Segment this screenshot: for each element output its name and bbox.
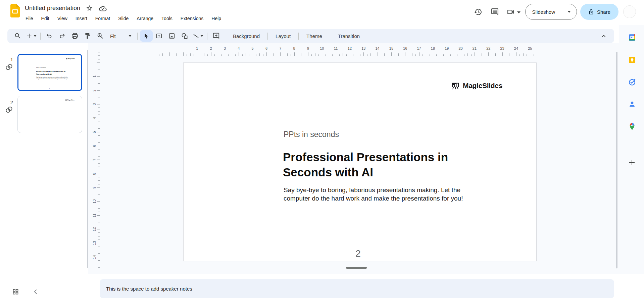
h-ruler-number: 2 (207, 46, 215, 50)
paint-format-icon[interactable] (81, 30, 94, 42)
toolbar-separator (298, 33, 299, 40)
slide-2-transition-icon[interactable] (5, 106, 13, 114)
insert-image-tool[interactable] (165, 30, 178, 42)
slide-page-number[interactable]: 2 (184, 248, 533, 259)
maps-icon[interactable] (628, 122, 636, 131)
slides-app-logo[interactable] (10, 4, 20, 17)
keep-icon[interactable] (628, 55, 636, 64)
ruler-tick (98, 226, 100, 226)
menu-view[interactable]: View (53, 15, 71, 22)
slide-title: Professional Presentations in Seconds wi… (36, 70, 69, 76)
menu-file[interactable]: File (21, 15, 37, 22)
slide-1-transition-icon[interactable] (5, 63, 13, 71)
slideshow-options-caret[interactable] (562, 4, 577, 19)
ruler-tick (98, 55, 100, 56)
ruler-tick (98, 222, 100, 222)
speaker-notes-input[interactable]: This is the space to add speaker notes (100, 279, 614, 298)
toolbar-separator (207, 33, 207, 40)
menu-tools[interactable]: Tools (157, 15, 177, 22)
ruler-tick (305, 54, 305, 56)
slide-canvas[interactable]: MagicSlides PPts in seconds Professional… (183, 62, 537, 261)
insert-shape-tool[interactable] (178, 30, 191, 42)
menu-arrange[interactable]: Arrange (133, 15, 157, 22)
select-tool[interactable] (140, 30, 153, 42)
zoom-icon[interactable] (94, 30, 107, 42)
ruler-tick (98, 94, 100, 94)
share-button[interactable]: Share (580, 4, 618, 20)
print-icon[interactable] (68, 30, 81, 42)
menu-edit[interactable]: Edit (37, 15, 53, 22)
join-call-caret-icon[interactable] (517, 9, 521, 15)
account-avatar[interactable] (623, 5, 636, 18)
theme-button[interactable]: Theme (301, 30, 328, 42)
text-box-tool[interactable] (153, 30, 165, 42)
join-call-icon[interactable] (505, 5, 516, 18)
background-button[interactable]: Background (228, 30, 265, 42)
ruler-tick (523, 53, 524, 56)
ruler-tick (232, 53, 232, 56)
slide-thumbnail-1[interactable]: MagicSlides PPts in seconds Professional… (17, 54, 82, 91)
menu-insert[interactable]: Insert (71, 15, 91, 22)
ruler-tick (454, 53, 454, 56)
bottom-bar: This is the space to add speaker notes (0, 274, 644, 303)
layout-button[interactable]: Layout (270, 30, 296, 42)
ruler-tick (97, 257, 100, 257)
notes-resize-handle[interactable] (346, 267, 367, 269)
h-ruler-number: 17 (415, 46, 423, 50)
slideshow-label[interactable]: Slideshow (526, 4, 562, 19)
document-title[interactable]: Untitled presentation (25, 5, 80, 12)
grid-view-icon[interactable] (11, 288, 19, 296)
menu-slide[interactable]: Slide (114, 15, 133, 22)
cloud-saved-icon[interactable] (98, 4, 107, 12)
slideshow-button[interactable]: Slideshow (525, 4, 577, 20)
menu-format[interactable]: Format (91, 15, 114, 22)
ruler-tick (499, 54, 499, 56)
ruler-tick (98, 177, 100, 177)
menu-help[interactable]: Help (207, 15, 225, 22)
ruler-tick (207, 54, 208, 56)
ruler-tick (488, 52, 489, 56)
comments-icon[interactable] (488, 5, 502, 18)
undo-icon[interactable] (43, 30, 56, 42)
ruler-tick (447, 52, 447, 56)
side-panel: 31 (619, 25, 644, 303)
tasks-icon[interactable] (628, 78, 636, 86)
contacts-icon[interactable] (628, 100, 636, 109)
insert-line-tool[interactable] (191, 30, 205, 42)
ruler-tick (201, 54, 201, 56)
collapse-toolbar-icon[interactable] (597, 30, 610, 42)
toolbar-separator (40, 33, 41, 40)
slide-title[interactable]: Professional Presentations in Seconds wi… (283, 149, 471, 180)
ruler-tick (98, 250, 100, 250)
search-menus-icon[interactable] (11, 30, 24, 42)
zoom-select[interactable]: Fit (107, 30, 135, 42)
new-slide-button[interactable] (24, 30, 38, 42)
ruler-tick (98, 184, 100, 184)
insert-comment-tool[interactable] (210, 30, 222, 42)
slide-thumbnail-2[interactable]: MagicSlides (17, 96, 82, 133)
brand-logo[interactable]: MagicSlides (451, 81, 502, 90)
ruler-tick (98, 247, 100, 247)
collapse-filmstrip-icon[interactable] (33, 289, 39, 295)
ruler-tick (266, 52, 267, 56)
ruler-tick (218, 53, 218, 56)
version-history-icon[interactable] (472, 5, 485, 18)
get-addons-icon[interactable] (628, 158, 636, 167)
calendar-icon[interactable]: 31 (628, 33, 636, 42)
ruler-tick (98, 80, 100, 80)
canvas-scrollbar[interactable] (616, 52, 617, 268)
ruler-tick (98, 153, 100, 153)
transition-button[interactable]: Transition (333, 30, 365, 42)
star-icon[interactable] (85, 4, 94, 12)
h-ruler-number: 15 (388, 46, 395, 50)
filmstrip-scrollbar[interactable] (87, 50, 88, 268)
ruler-tick (97, 187, 100, 188)
redo-icon[interactable] (56, 30, 68, 42)
menu-extensions[interactable]: Extensions (177, 15, 207, 22)
slide-1-number: 1 (8, 56, 15, 62)
slide-kicker[interactable]: PPts in seconds (284, 130, 339, 139)
ruler-tick (98, 128, 100, 129)
ruler-tick (159, 54, 159, 56)
slide-body[interactable]: Say bye-bye to boring, laborious present… (284, 186, 480, 203)
ruler-tick (98, 149, 100, 149)
